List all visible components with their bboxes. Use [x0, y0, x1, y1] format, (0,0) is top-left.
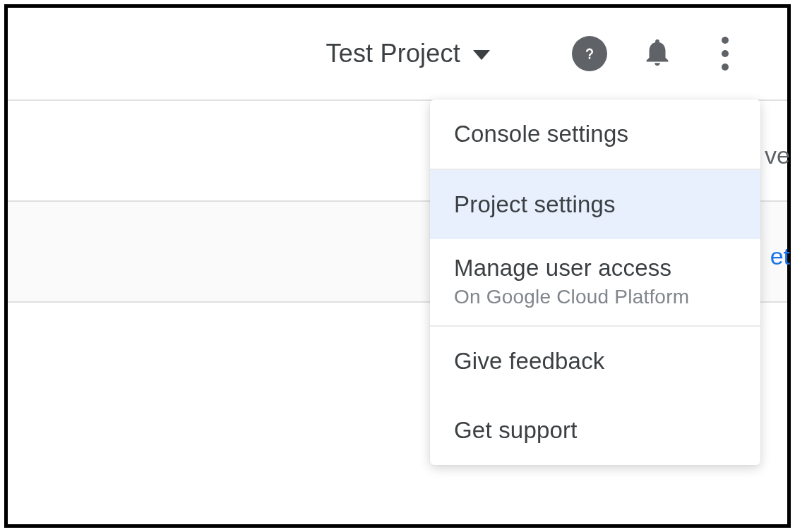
- kebab-icon: [722, 37, 729, 71]
- truncated-text: ve: [765, 142, 790, 169]
- overflow-menu-button[interactable]: [704, 32, 746, 75]
- help-icon: [572, 36, 607, 71]
- menu-item-subtitle: On Google Cloud Platform: [454, 286, 736, 308]
- dropdown-triangle-icon: [473, 50, 490, 60]
- menu-item-get-support[interactable]: Get support: [430, 396, 760, 465]
- project-name-label: Test Project: [325, 39, 460, 68]
- menu-item-label: Manage user access: [454, 255, 671, 281]
- notifications-button[interactable]: [636, 32, 679, 75]
- truncated-link-text: et: [770, 243, 790, 270]
- svg-point-0: [579, 43, 600, 64]
- menu-item-console-settings[interactable]: Console settings: [430, 99, 760, 169]
- menu-item-label: Get support: [454, 417, 578, 443]
- overflow-menu: Console settings Project settings Manage…: [430, 99, 760, 465]
- menu-item-label: Project settings: [454, 191, 616, 217]
- app-frame: Test Project ve et Console: [4, 4, 791, 528]
- menu-item-manage-user-access[interactable]: Manage user access On Google Cloud Platf…: [430, 239, 760, 325]
- bell-icon: [641, 36, 674, 71]
- project-selector[interactable]: Test Project: [304, 39, 510, 68]
- help-button[interactable]: [568, 32, 611, 75]
- menu-item-give-feedback[interactable]: Give feedback: [430, 327, 760, 396]
- header-bar: Test Project: [8, 8, 787, 99]
- menu-item-label: Give feedback: [454, 348, 605, 374]
- menu-item-label: Console settings: [454, 121, 628, 147]
- menu-item-project-settings[interactable]: Project settings: [430, 170, 760, 239]
